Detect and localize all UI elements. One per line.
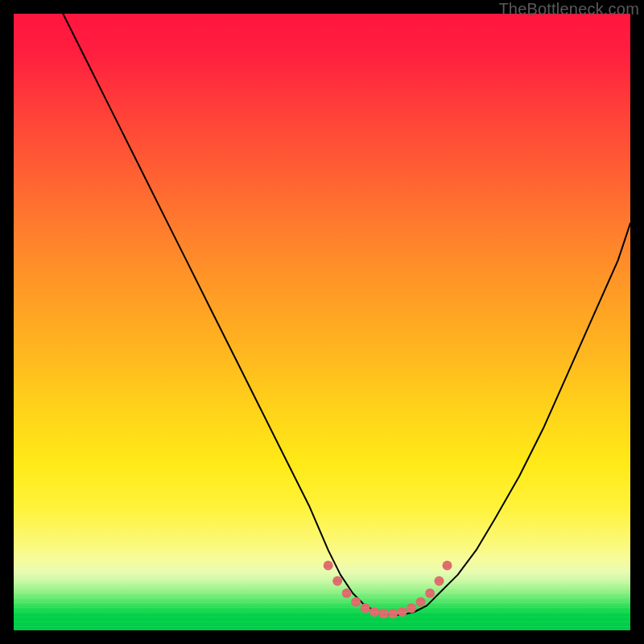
highlight-dot xyxy=(369,607,379,617)
attribution-text: TheBottleneck.com xyxy=(498,0,639,19)
highlight-dot xyxy=(425,588,435,598)
bottleneck-curve xyxy=(63,14,630,615)
highlight-dot xyxy=(342,588,352,598)
highlight-dot xyxy=(388,609,398,618)
plot-area xyxy=(14,14,630,630)
curve-layer xyxy=(14,14,630,630)
highlight-dot xyxy=(443,561,452,571)
highlight-dot xyxy=(379,609,389,618)
highlight-dot xyxy=(332,576,342,586)
highlight-dot xyxy=(398,607,407,617)
highlight-dot xyxy=(351,597,361,607)
chart-frame: TheBottleneck.com xyxy=(0,0,644,644)
highlight-dot xyxy=(407,603,416,613)
highlight-dot xyxy=(361,603,370,613)
highlight-dot xyxy=(416,597,426,607)
highlight-dot xyxy=(324,561,333,571)
highlight-dot xyxy=(435,576,444,586)
